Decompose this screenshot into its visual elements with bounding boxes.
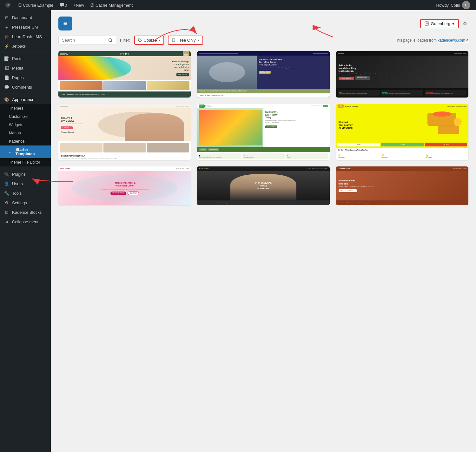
sidebar-item-themes[interactable]: Themes (0, 104, 51, 112)
fitness-features: PRE Our courses designed to work for you… (336, 88, 468, 98)
sidebar-item-dashboard[interactable]: ⊞ Dashboard (0, 13, 51, 22)
free-only-filter-button[interactable]: Free Only ▾ (168, 36, 203, 45)
sidebar-item-media[interactable]: 🖼 Media (0, 63, 51, 73)
main-content: ≡ Gutenberg ▾ ⚙ Filter: Cour (51, 10, 476, 452)
writing-content: The Most ComprehensiveStorytelling Cours… (257, 56, 330, 89)
nutrition-green-bar: 7 Articles Lifetime Access (197, 147, 329, 152)
fitness-text: Action is thefoundational keyto all succ… (339, 64, 387, 80)
makeup-text: BEAUTY &SPA GUIDES Lorem ipsum dolor sit… (61, 117, 83, 133)
sidebar-item-learndash[interactable]: 🎓 LearnDash LMS (0, 32, 51, 41)
settings-icon: ⚙ (4, 200, 10, 206)
wp-wrapper: ⊞ Dashboard ◈ Pressable CM 🎓 LearnDash L… (0, 10, 476, 452)
template-preview-design: 3D 3D DESIGN COURSES Themes About Servic… (336, 104, 468, 160)
search-input[interactable] (62, 38, 106, 43)
makeup-hero: BEAUTY &SPA GUIDES Lorem ipsum dolor sit… (58, 108, 191, 141)
business-bottom: Lorem ipsum dolor sit amet consectetur a… (336, 200, 468, 205)
admin-bar-right: Howdy, Colin C (433, 1, 473, 9)
new-content-menu[interactable]: + New (70, 0, 87, 10)
template-card-design-course[interactable]: 3D 3D DESIGN COURSES Themes About Servic… (336, 104, 468, 160)
sidebar-item-users[interactable]: 👤 Users (0, 179, 51, 188)
nutrition-cols: ▶ Everything You Need To Improve Your He… (197, 152, 329, 160)
sidebar: ⊞ Dashboard ◈ Pressable CM 🎓 LearnDash L… (0, 10, 51, 452)
comments-link[interactable]: 0 (56, 0, 70, 10)
comments-icon: 💬 (4, 84, 10, 90)
search-icon (108, 38, 113, 43)
sidebar-item-menus[interactable]: Menus (0, 129, 51, 137)
wp-logo[interactable]: W (3, 0, 15, 10)
sidebar-item-plugins[interactable]: 🔌 Plugins (0, 169, 51, 179)
sewing-quote: “I feel confident to use my new skills t… (58, 91, 191, 98)
design-features: 👁 Great Support 📁 Project Files ⭐ Free U… (336, 152, 468, 160)
sewing-nav: NEEDLES SHOP (58, 51, 191, 56)
watercolor-text: Professional Artist &Watercolor Lover Lo… (61, 181, 188, 195)
business-nav: BUSINESS COURSE Home Blog About Contact (336, 166, 468, 171)
collapse-icon: ◄ (4, 219, 10, 225)
kadence-blocks-icon: ⊡ (4, 209, 10, 215)
watercolor-nav: Water Painting About Me Shop Contact (58, 166, 191, 171)
template-card-makeup[interactable]: BEAUTY &SPA GUIDES Lorem ipsum dolor sit… (58, 104, 191, 160)
sidebar-divider-2 (0, 93, 51, 93)
learndash-icon: 🎓 (4, 34, 10, 39)
course-chevron-icon: ▾ (159, 38, 160, 42)
sidebar-item-tools[interactable]: 🔧 Tools (0, 188, 51, 198)
sidebar-item-posts[interactable]: 📝 Posts (0, 54, 51, 63)
nutrition-food-image (197, 108, 263, 147)
sidebar-item-jetpack[interactable]: ⚡ Jetpack (0, 41, 51, 51)
search-box[interactable] (58, 36, 116, 45)
sidebar-item-starter-templates[interactable]: … Starter Templates (0, 145, 51, 158)
bookmark-icon (172, 38, 175, 42)
sidebar-item-comments[interactable]: 💬 Comments (0, 82, 51, 92)
sidebar-divider-3 (0, 168, 51, 168)
template-card-portrait[interactable]: MARISA DAVE COURSE ABOUT PORTFOLIO TRAVE… (197, 166, 329, 205)
sidebar-item-pressable[interactable]: ◈ Pressable CM (0, 22, 51, 32)
sidebar-item-pages[interactable]: 📄 Pages (0, 73, 51, 82)
nutrition-hero: Eat Healthy –Live HealthyToday Lorem ips… (197, 108, 329, 147)
template-card-watercolor[interactable]: Water Painting About Me Shop Contact Pro… (58, 166, 191, 205)
sidebar-item-theme-file-editor[interactable]: Theme File Editor (0, 158, 51, 166)
course-filter-button[interactable]: Course ▾ (134, 36, 164, 45)
filter-label: Filter: (120, 38, 130, 43)
template-card-nutrition-course[interactable]: healthy diet (197, 104, 329, 160)
sidebar-item-kadence-blocks[interactable]: ⊡ Kadence Blocks (0, 207, 51, 217)
writing-person-image (197, 56, 257, 89)
gutenberg-chevron: ▾ (452, 21, 454, 26)
template-preview-nutrition: healthy diet (197, 104, 329, 160)
design-nav: 3D 3D DESIGN COURSES Themes About Servic… (336, 104, 468, 108)
sidebar-item-customize[interactable]: Customize (0, 112, 51, 121)
sidebar-item-appearance[interactable]: 🎨 Appearance (0, 95, 51, 104)
sidebar-item-collapse[interactable]: ◄ Collapse menu (0, 217, 51, 226)
template-card-fitness-course[interactable]: Action is thefoundational keyto all succ… (336, 51, 468, 98)
user-avatar: C (462, 1, 470, 9)
template-card-writing-course[interactable]: The Most ComprehensiveStorytelling Cours… (197, 51, 329, 98)
template-preview-watercolor: Water Painting About Me Shop Contact Pro… (58, 166, 191, 205)
business-text: Build your bettertomorrow ONLINE CLASSES… (339, 179, 374, 192)
sewing-hero: Beautiful thingscome togetherone stitch … (58, 56, 191, 80)
fitness-nav (336, 51, 468, 56)
toolbar-row: Filter: Course ▾ Free Only ▾ This page i… (58, 36, 468, 45)
jetpack-icon: ⚡ (4, 43, 10, 49)
watercolor-hero: Professional Artist &Watercolor Lover Lo… (58, 171, 191, 205)
howdy-text: Howdy, Colin C (433, 1, 473, 9)
nutrition-nav: healthy diet (197, 104, 329, 108)
page-settings-button[interactable]: ⚙ (461, 19, 468, 28)
media-icon: 🖼 (4, 65, 10, 71)
template-card-business-course[interactable]: BUSINESS COURSE Home Blog About Contact … (336, 166, 468, 205)
sewing-hero-text: Beautiful thingscome togetherone stitch … (172, 60, 189, 76)
design-text: KickstartYour JourneyAs 3D Creator (339, 121, 354, 129)
site-name[interactable]: Course Example (15, 0, 56, 10)
sidebar-item-settings[interactable]: ⚙ Settings (0, 198, 51, 207)
page-source-link[interactable]: kadencewp.com↗ (438, 38, 468, 43)
appearance-icon: 🎨 (4, 97, 10, 102)
posts-icon: 📝 (4, 56, 10, 61)
dashboard-icon: ⊞ (4, 15, 10, 20)
cache-management[interactable]: Cache Management (87, 0, 136, 10)
template-card-sewing-course[interactable]: NEEDLES SHOP (58, 51, 191, 98)
template-preview-fitness: Action is thefoundational keyto all succ… (336, 51, 468, 98)
design-hero: KickstartYour JourneyAs 3D Creator (336, 108, 468, 141)
colorful-image (58, 56, 131, 80)
sidebar-item-kadence[interactable]: Kadence (0, 137, 51, 145)
free-only-chevron-icon: ▾ (198, 38, 199, 42)
gutenberg-button[interactable]: Gutenberg ▾ (420, 19, 459, 28)
template-preview-makeup: BEAUTY &SPA GUIDES Lorem ipsum dolor sit… (58, 104, 191, 160)
sidebar-item-widgets[interactable]: Widgets (0, 121, 51, 129)
